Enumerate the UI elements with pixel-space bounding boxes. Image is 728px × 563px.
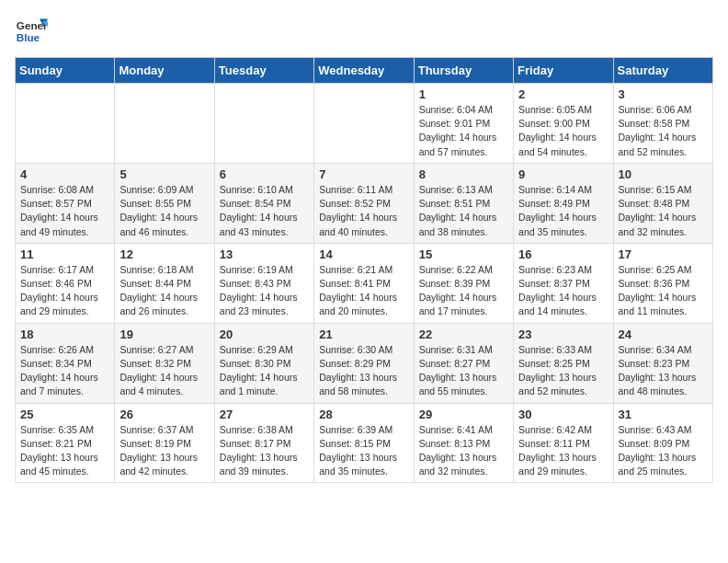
day-number: 10 [619, 167, 708, 181]
day-number: 13 [220, 247, 309, 261]
calendar-cell [214, 84, 313, 164]
day-info: Sunrise: 6:13 AM Sunset: 8:51 PM Dayligh… [419, 183, 508, 239]
day-info: Sunrise: 6:04 AM Sunset: 9:01 PM Dayligh… [419, 103, 508, 159]
day-info: Sunrise: 6:35 AM Sunset: 8:21 PM Dayligh… [20, 423, 109, 479]
weekday-header-saturday: Saturday [613, 58, 712, 84]
logo: General Blue [15, 15, 48, 48]
day-number: 1 [419, 87, 508, 101]
calendar-cell: 14Sunrise: 6:21 AM Sunset: 8:41 PM Dayli… [314, 243, 414, 323]
day-info: Sunrise: 6:10 AM Sunset: 8:54 PM Dayligh… [220, 183, 309, 239]
calendar-cell: 12Sunrise: 6:18 AM Sunset: 8:44 PM Dayli… [115, 243, 214, 323]
calendar-cell: 30Sunrise: 6:42 AM Sunset: 8:11 PM Dayli… [514, 403, 613, 483]
day-info: Sunrise: 6:14 AM Sunset: 8:49 PM Dayligh… [518, 183, 608, 239]
calendar-cell [115, 84, 214, 164]
weekday-header-sunday: Sunday [16, 58, 115, 84]
calendar-cell: 4Sunrise: 6:08 AM Sunset: 8:57 PM Daylig… [16, 163, 115, 243]
day-number: 16 [518, 247, 608, 261]
day-info: Sunrise: 6:34 AM Sunset: 8:23 PM Dayligh… [619, 343, 708, 399]
calendar-cell: 9Sunrise: 6:14 AM Sunset: 8:49 PM Daylig… [514, 163, 613, 243]
calendar-week-row: 25Sunrise: 6:35 AM Sunset: 8:21 PM Dayli… [16, 403, 713, 483]
calendar-week-row: 18Sunrise: 6:26 AM Sunset: 8:34 PM Dayli… [16, 323, 713, 403]
day-info: Sunrise: 6:05 AM Sunset: 9:00 PM Dayligh… [518, 103, 608, 159]
day-number: 30 [518, 408, 608, 421]
calendar-cell: 27Sunrise: 6:38 AM Sunset: 8:17 PM Dayli… [214, 403, 313, 483]
day-info: Sunrise: 6:29 AM Sunset: 8:30 PM Dayligh… [220, 343, 309, 399]
calendar-cell: 29Sunrise: 6:41 AM Sunset: 8:13 PM Dayli… [414, 403, 513, 483]
day-number: 28 [319, 408, 408, 421]
day-number: 5 [119, 167, 209, 181]
day-info: Sunrise: 6:27 AM Sunset: 8:32 PM Dayligh… [119, 343, 209, 399]
day-number: 21 [319, 327, 408, 341]
calendar-cell: 25Sunrise: 6:35 AM Sunset: 8:21 PM Dayli… [16, 403, 115, 483]
calendar-week-row: 11Sunrise: 6:17 AM Sunset: 8:46 PM Dayli… [16, 243, 713, 323]
calendar-cell: 28Sunrise: 6:39 AM Sunset: 8:15 PM Dayli… [314, 403, 414, 483]
calendar-cell: 7Sunrise: 6:11 AM Sunset: 8:52 PM Daylig… [314, 163, 414, 243]
calendar-cell: 6Sunrise: 6:10 AM Sunset: 8:54 PM Daylig… [214, 163, 313, 243]
day-number: 24 [619, 327, 708, 341]
day-number: 19 [119, 327, 209, 341]
calendar-cell: 13Sunrise: 6:19 AM Sunset: 8:43 PM Dayli… [214, 243, 313, 323]
day-number: 4 [20, 167, 109, 181]
calendar-week-row: 4Sunrise: 6:08 AM Sunset: 8:57 PM Daylig… [16, 163, 713, 243]
calendar-cell: 24Sunrise: 6:34 AM Sunset: 8:23 PM Dayli… [613, 323, 712, 403]
day-number: 7 [319, 167, 408, 181]
day-info: Sunrise: 6:41 AM Sunset: 8:13 PM Dayligh… [419, 423, 508, 479]
day-info: Sunrise: 6:38 AM Sunset: 8:17 PM Dayligh… [220, 423, 309, 479]
day-number: 9 [518, 167, 608, 181]
day-info: Sunrise: 6:25 AM Sunset: 8:36 PM Dayligh… [619, 263, 708, 319]
calendar-cell: 31Sunrise: 6:43 AM Sunset: 8:09 PM Dayli… [613, 403, 712, 483]
calendar-cell: 18Sunrise: 6:26 AM Sunset: 8:34 PM Dayli… [16, 323, 115, 403]
day-number: 22 [419, 327, 508, 341]
day-number: 29 [419, 408, 508, 421]
weekday-header-tuesday: Tuesday [214, 58, 313, 84]
day-info: Sunrise: 6:39 AM Sunset: 8:15 PM Dayligh… [319, 423, 408, 479]
day-info: Sunrise: 6:11 AM Sunset: 8:52 PM Dayligh… [319, 183, 408, 239]
calendar-cell: 8Sunrise: 6:13 AM Sunset: 8:51 PM Daylig… [414, 163, 513, 243]
calendar-cell [16, 84, 115, 164]
calendar-cell [314, 84, 414, 164]
day-number: 14 [319, 247, 408, 261]
calendar-cell: 20Sunrise: 6:29 AM Sunset: 8:30 PM Dayli… [214, 323, 313, 403]
weekday-header-row: SundayMondayTuesdayWednesdayThursdayFrid… [16, 58, 713, 84]
day-number: 3 [619, 87, 708, 101]
day-number: 11 [20, 247, 109, 261]
day-info: Sunrise: 6:08 AM Sunset: 8:57 PM Dayligh… [20, 183, 109, 239]
weekday-header-friday: Friday [514, 58, 613, 84]
calendar-cell: 19Sunrise: 6:27 AM Sunset: 8:32 PM Dayli… [115, 323, 214, 403]
day-info: Sunrise: 6:22 AM Sunset: 8:39 PM Dayligh… [419, 263, 508, 319]
calendar-cell: 22Sunrise: 6:31 AM Sunset: 8:27 PM Dayli… [414, 323, 513, 403]
calendar-cell: 10Sunrise: 6:15 AM Sunset: 8:48 PM Dayli… [613, 163, 712, 243]
day-number: 20 [220, 327, 309, 341]
day-info: Sunrise: 6:18 AM Sunset: 8:44 PM Dayligh… [119, 263, 209, 319]
page-header: General Blue [15, 15, 713, 48]
calendar-cell: 2Sunrise: 6:05 AM Sunset: 9:00 PM Daylig… [514, 84, 613, 164]
day-number: 23 [518, 327, 608, 341]
calendar-cell: 3Sunrise: 6:06 AM Sunset: 8:58 PM Daylig… [613, 84, 712, 164]
calendar-cell: 1Sunrise: 6:04 AM Sunset: 9:01 PM Daylig… [414, 84, 513, 164]
calendar-cell: 15Sunrise: 6:22 AM Sunset: 8:39 PM Dayli… [414, 243, 513, 323]
svg-text:Blue: Blue [17, 31, 40, 43]
day-number: 15 [419, 247, 508, 261]
day-info: Sunrise: 6:09 AM Sunset: 8:55 PM Dayligh… [119, 183, 209, 239]
day-info: Sunrise: 6:15 AM Sunset: 8:48 PM Dayligh… [619, 183, 708, 239]
calendar-cell: 16Sunrise: 6:23 AM Sunset: 8:37 PM Dayli… [514, 243, 613, 323]
generalblue-logo-icon: General Blue [15, 15, 48, 48]
calendar-cell: 26Sunrise: 6:37 AM Sunset: 8:19 PM Dayli… [115, 403, 214, 483]
day-info: Sunrise: 6:21 AM Sunset: 8:41 PM Dayligh… [319, 263, 408, 319]
day-info: Sunrise: 6:19 AM Sunset: 8:43 PM Dayligh… [220, 263, 309, 319]
day-number: 31 [619, 408, 708, 421]
day-number: 8 [419, 167, 508, 181]
day-info: Sunrise: 6:30 AM Sunset: 8:29 PM Dayligh… [319, 343, 408, 399]
day-number: 27 [220, 408, 309, 421]
day-info: Sunrise: 6:42 AM Sunset: 8:11 PM Dayligh… [518, 423, 608, 479]
day-number: 18 [20, 327, 109, 341]
day-number: 6 [220, 167, 309, 181]
weekday-header-thursday: Thursday [414, 58, 513, 84]
day-info: Sunrise: 6:17 AM Sunset: 8:46 PM Dayligh… [20, 263, 109, 319]
calendar-table: SundayMondayTuesdayWednesdayThursdayFrid… [15, 57, 713, 483]
calendar-cell: 5Sunrise: 6:09 AM Sunset: 8:55 PM Daylig… [115, 163, 214, 243]
calendar-cell: 17Sunrise: 6:25 AM Sunset: 8:36 PM Dayli… [613, 243, 712, 323]
day-info: Sunrise: 6:06 AM Sunset: 8:58 PM Dayligh… [619, 103, 708, 159]
day-info: Sunrise: 6:31 AM Sunset: 8:27 PM Dayligh… [419, 343, 508, 399]
weekday-header-wednesday: Wednesday [314, 58, 414, 84]
